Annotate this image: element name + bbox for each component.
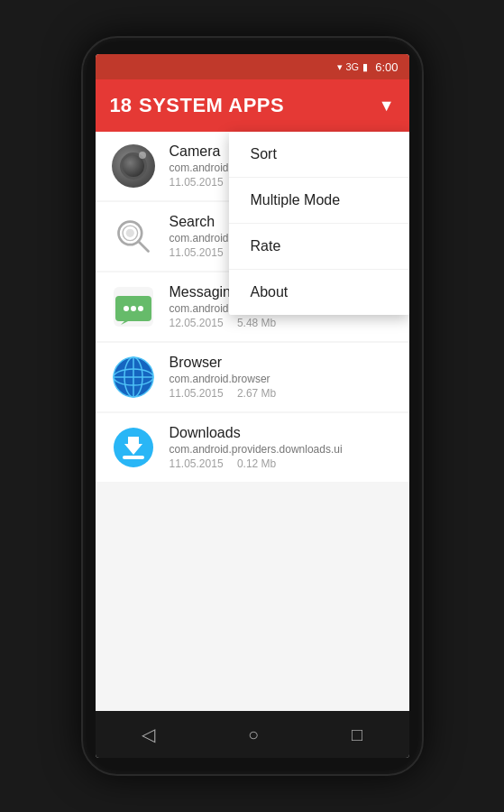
device-screen: ▾ 3G ▮ 6:00 18 SYSTEM APPS ▼ Sort Multip… — [96, 54, 409, 758]
svg-rect-18 — [128, 437, 139, 448]
recent-button[interactable]: □ — [334, 717, 380, 752]
app-meta: 11.05.2015 0.12 Mb — [170, 457, 395, 470]
list-item[interactable]: Downloads com.android.providers.download… — [96, 413, 409, 482]
app-icon-messaging — [110, 283, 157, 330]
nav-bar: ◁ ○ □ — [96, 711, 409, 758]
app-size: 0.12 Mb — [237, 457, 276, 470]
app-package: com.android.providers.downloads.ui — [170, 443, 395, 456]
app-size: 5.48 Mb — [237, 317, 276, 329]
app-date: 11.05.2015 — [170, 387, 224, 400]
app-count: 18 — [110, 94, 132, 117]
app-date: 11.05.2015 — [170, 457, 224, 470]
menu-item-rate[interactable]: Rate — [229, 224, 409, 270]
home-button[interactable]: ○ — [230, 717, 277, 752]
menu-item-sort[interactable]: Sort — [229, 132, 409, 178]
dropdown-toggle[interactable]: ▼ — [379, 97, 395, 115]
svg-line-2 — [138, 242, 148, 252]
back-button[interactable]: ◁ — [124, 716, 173, 752]
list-item[interactable]: Browser com.android.browser 11.05.2015 2… — [96, 343, 409, 411]
app-meta: 12.05.2015 5.48 Mb — [170, 317, 395, 329]
app-info: Downloads com.android.providers.download… — [170, 425, 395, 470]
top-bar: 18 SYSTEM APPS ▼ Sort Multiple Mode Rate… — [96, 79, 409, 132]
wifi-icon: ▾ — [337, 61, 343, 73]
network-icon: 3G — [346, 61, 360, 72]
dropdown-menu: Sort Multiple Mode Rate About — [229, 132, 409, 315]
app-info: Browser com.android.browser 11.05.2015 2… — [170, 355, 395, 400]
app-date: 11.05.2015 — [170, 176, 224, 189]
svg-point-6 — [124, 306, 129, 311]
svg-point-8 — [138, 306, 143, 311]
svg-point-3 — [125, 229, 133, 237]
device: ▾ 3G ▮ 6:00 18 SYSTEM APPS ▼ Sort Multip… — [81, 36, 424, 776]
app-size: 2.67 Mb — [237, 387, 276, 400]
menu-item-about[interactable]: About — [229, 270, 409, 315]
app-icon-camera — [110, 143, 157, 189]
app-name: Browser — [170, 355, 395, 371]
app-meta: 11.05.2015 2.67 Mb — [170, 387, 395, 400]
app-icon-search — [110, 213, 157, 260]
app-title: SYSTEM APPS — [139, 94, 379, 117]
status-bar: ▾ 3G ▮ 6:00 — [96, 54, 409, 79]
battery-icon: ▮ — [362, 61, 368, 73]
app-package: com.android.browser — [170, 373, 395, 385]
status-time: 6:00 — [375, 60, 398, 74]
menu-item-multiple-mode[interactable]: Multiple Mode — [229, 178, 409, 224]
app-icon-downloads — [110, 424, 157, 471]
app-icon-browser — [110, 354, 157, 401]
app-date: 11.05.2015 — [170, 246, 224, 259]
svg-rect-19 — [123, 456, 144, 459]
svg-point-7 — [131, 306, 136, 311]
app-date: 12.05.2015 — [170, 317, 224, 329]
app-name: Downloads — [170, 425, 395, 441]
